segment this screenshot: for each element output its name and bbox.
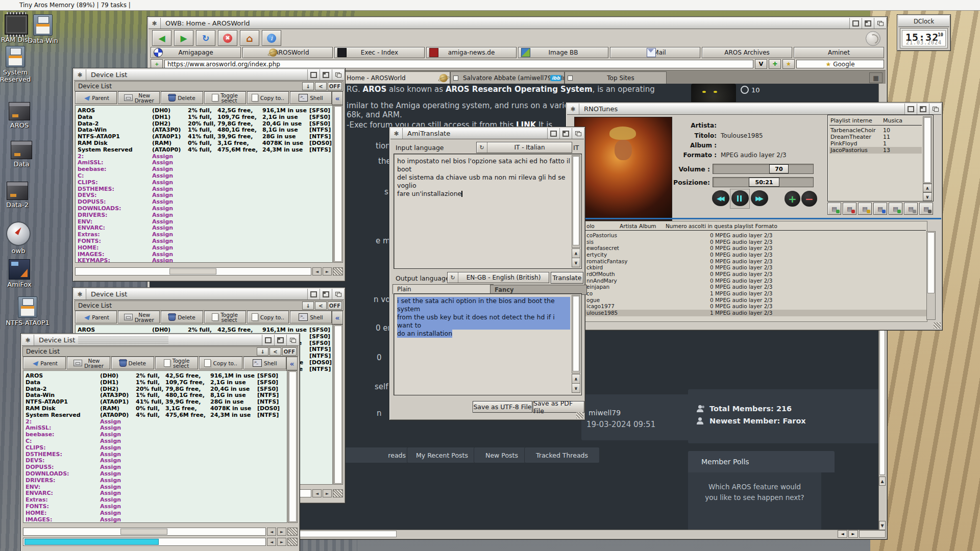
collapse-button[interactable]: « (286, 357, 298, 370)
toggle-select-button[interactable]: Toggle select (155, 357, 198, 369)
device-row[interactable]: Data-Win(ATA3P0)1% full,480,1G free,8,1G… (76, 127, 332, 133)
parent-button[interactable]: Parent (75, 91, 117, 104)
scroll-left-icon[interactable]: ◄ (267, 528, 276, 536)
assign-row[interactable]: KEYMAPS:Assign (23, 522, 287, 523)
scrollbar-thumb[interactable] (879, 330, 885, 475)
depth-icon[interactable] (572, 128, 584, 139)
rnotunes-titlebar[interactable]: RNOTunes (567, 104, 941, 115)
playlist-tool-button-6[interactable]: ▤ (904, 203, 918, 215)
member-polls-header[interactable]: Member Polls (688, 451, 835, 472)
assign-row[interactable]: DOPUS5:Assign (23, 464, 287, 470)
minimize-icon[interactable] (849, 18, 862, 29)
track-list[interactable]: olo Artista Album Numero ascolti in ques… (568, 221, 927, 322)
assign-row[interactable]: DEVS:Assign (76, 192, 332, 198)
dropdown-icon[interactable]: V (755, 59, 767, 69)
bookmark-exec-index[interactable]: Exec - Index (334, 47, 425, 58)
forum-nav-button[interactable]: My Recent Posts (407, 447, 477, 463)
device-row[interactable]: System Reserved(ATA0P0)4% full,475,6M fr… (76, 146, 332, 153)
new-drawer-button[interactable]: New Drawer (67, 357, 110, 369)
device-row[interactable]: AROS(DH0)2% full,42,5G free,916,1M in us… (76, 107, 332, 114)
playlist-row[interactable]: DreamTheater11 (829, 134, 922, 140)
back-icon[interactable]: < (315, 82, 327, 90)
off-button[interactable]: OFF (282, 347, 297, 356)
sort-icon[interactable]: ↓ (302, 82, 314, 90)
rnotunes-window[interactable]: RNOTunes Artista:Titolo:Toulouse1985Albu… (566, 102, 943, 331)
assign-row[interactable]: 2:Assign (23, 418, 287, 425)
assign-row[interactable]: CLIPS:Assign (23, 444, 287, 451)
playlist-row[interactable]: TarbenacleChoir10 (829, 127, 922, 134)
assign-row[interactable]: Extras:Assign (23, 496, 287, 503)
tab-plain[interactable]: Plain (393, 284, 494, 294)
device-list-titlebar[interactable]: Device List (74, 69, 344, 81)
toggle-select-button[interactable]: Toggle select (204, 91, 246, 104)
device-list[interactable]: AROS(DH0)2% full,42,5G free,916,1M in us… (23, 370, 287, 523)
track-row[interactable]: coPastorius0 MPEG audio layer 2/3 (569, 232, 927, 239)
scroll-up-icon[interactable]: ∧ (923, 184, 932, 192)
scroll-right-icon[interactable]: ► (323, 267, 332, 276)
device-list-window-1[interactable]: Device List Device List ↓ < OFF ParentNe… (72, 68, 346, 282)
new-drawer-button[interactable]: New Drawer (118, 311, 160, 323)
assign-row[interactable]: IMAGES:Assign (76, 251, 332, 258)
zoom-icon[interactable] (274, 335, 286, 345)
scroll-down-icon[interactable]: ∨ (923, 192, 932, 201)
bookmark-aminet[interactable]: Aminet (794, 47, 884, 58)
parent-button[interactable]: Parent (75, 311, 117, 323)
zoom-icon[interactable] (320, 69, 332, 80)
google-search-input[interactable]: ★Google (796, 60, 884, 68)
new-drawer-button[interactable]: New Drawer (118, 91, 160, 104)
collapse-button[interactable]: « (332, 91, 343, 105)
zoom-icon[interactable] (862, 18, 874, 29)
device-row[interactable]: RAM Disk(RAM)0% full,3,1G free,4078K in … (76, 140, 332, 146)
desktop-icon-data-2[interactable]: Data-2 (0, 182, 44, 209)
back-button[interactable]: ◀ (152, 30, 172, 46)
scroll-down-icon[interactable]: ∨ (572, 258, 580, 267)
close-icon[interactable] (149, 18, 161, 29)
forum-nav-button[interactable]: Tracked Threads (524, 447, 600, 463)
assign-row[interactable]: D5THEMES:Assign (23, 451, 287, 458)
resize-grip[interactable] (333, 267, 343, 276)
track-row[interactable]: co1 MPEG audio layer 2/3 (569, 290, 927, 297)
sort-icon[interactable]: ↓ (302, 302, 314, 310)
horizontal-scrollbar[interactable] (23, 528, 266, 536)
minimize-icon[interactable] (307, 69, 320, 80)
bookmark-aros-archives[interactable]: AROS Archives (702, 47, 792, 58)
resize-grip[interactable] (287, 538, 298, 546)
sort-icon[interactable]: ↓ (257, 347, 268, 356)
scroll-right-icon[interactable]: ► (848, 530, 858, 538)
bookmark-arosworld[interactable]: AROSWorld (242, 47, 333, 58)
shell-button[interactable]: Shell (290, 311, 332, 323)
volume-knob[interactable]: 70 (769, 164, 789, 173)
desktop-icon-amifox[interactable]: AmiFox (0, 259, 46, 288)
close-icon[interactable] (390, 128, 403, 139)
new-search-icon[interactable]: ✚ (769, 59, 781, 69)
bookmark-image-bb[interactable]: Image BB (518, 47, 608, 58)
track-row[interactable]: ertycity0 MPEG audio layer 2/3 (569, 252, 927, 258)
tracklist-scrollbar[interactable] (926, 231, 936, 320)
zoom-icon[interactable] (917, 104, 929, 114)
scroll-right-icon[interactable]: ► (277, 528, 286, 536)
resize-grip[interactable] (859, 530, 886, 538)
assign-row[interactable]: beebase:Assign (76, 166, 332, 172)
assign-row[interactable]: C:Assign (23, 438, 287, 444)
depth-icon[interactable] (874, 18, 886, 29)
close-icon[interactable] (74, 69, 86, 80)
resize-grip[interactable] (333, 489, 343, 497)
depth-icon[interactable] (286, 335, 299, 345)
forum-nav-button[interactable]: New Posts (474, 447, 530, 463)
volume-slider[interactable]: 70 (713, 164, 814, 174)
vertical-scrollbar[interactable] (333, 324, 343, 485)
device-row[interactable]: AROS(DH0)2% full,42,5G free,916,1M in us… (23, 372, 287, 379)
zoom-icon[interactable] (320, 289, 332, 299)
desktop-icon-system-reserved[interactable]: System Reserved (0, 46, 42, 83)
drag-stripes[interactable] (78, 337, 168, 343)
playlist-row[interactable]: JacoPastorius13 (829, 147, 922, 154)
tab-list-icon[interactable]: ▦ (869, 72, 883, 83)
assign-row[interactable]: DOPUS5:Assign (76, 198, 332, 205)
toggle-select-button[interactable]: Toggle select (204, 311, 246, 323)
assign-row[interactable]: AmiSSL:Assign (23, 424, 287, 431)
off-button[interactable]: OFF (328, 82, 342, 90)
dclock-window[interactable]: DClock 15:32 10 21.03.2024 (897, 14, 951, 51)
copy-to--button[interactable]: Copy to.. (247, 311, 289, 323)
assign-row[interactable]: AmiSSL:Assign (76, 159, 332, 166)
assign-row[interactable]: ENV:Assign (23, 484, 287, 490)
